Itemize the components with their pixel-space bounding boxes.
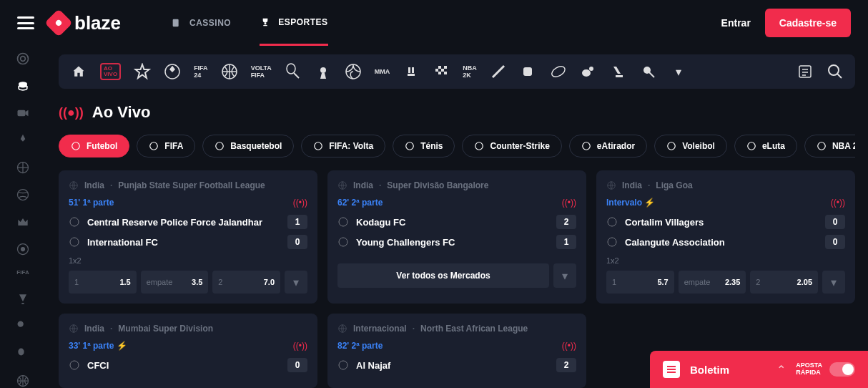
star-icon[interactable] <box>134 63 151 80</box>
icehockey-icon[interactable] <box>610 63 627 80</box>
bet-button[interactable]: 11.5 <box>69 271 137 294</box>
pill-nba2k[interactable]: NBA 2K <box>804 135 855 157</box>
volta-icon[interactable]: VOLTAFIFA <box>251 63 272 80</box>
league: North East African League <box>420 324 528 334</box>
match-card[interactable]: Internacional·North East African League8… <box>327 314 586 388</box>
pill-futebol[interactable]: Futebol <box>59 135 129 157</box>
bet-more-button[interactable]: ▾ <box>285 271 307 294</box>
sidebar-racket-icon[interactable] <box>16 346 30 361</box>
bet-odds: 5.7 <box>657 278 668 286</box>
live-indicator-icon: ((•)) <box>293 341 307 351</box>
volleyball-icon[interactable] <box>345 63 362 80</box>
sidebar-ball2-icon[interactable] <box>16 188 30 202</box>
score: 2 <box>556 215 576 229</box>
logo[interactable]: blaze <box>49 12 121 34</box>
soccer-icon[interactable] <box>164 63 181 80</box>
nav-tabs: CASSINO ESPORTES <box>171 1 328 46</box>
svg-point-27 <box>315 142 322 150</box>
team-name: Calangute Association <box>625 237 725 248</box>
svg-point-25 <box>150 142 158 150</box>
pill-label: eAtirador <box>597 141 635 151</box>
svg-point-18 <box>550 64 566 79</box>
sidebar-tennis-icon[interactable] <box>16 319 30 334</box>
svg-rect-4 <box>18 110 26 116</box>
pill-basquetebol[interactable]: Basquetebol <box>202 135 294 157</box>
svg-point-24 <box>72 142 80 150</box>
match-card[interactable]: India·Liga GoaIntervalo ⚡((•))Cortalim V… <box>596 170 855 304</box>
bet-odds: 3.5 <box>192 278 202 286</box>
all-markets-button[interactable]: Ver todos os Mercados <box>337 263 549 288</box>
sidebar-shuttle-icon[interactable] <box>16 133 30 147</box>
pill-counterstrike[interactable]: Counter-Strike <box>462 135 561 157</box>
tennis-icon[interactable] <box>285 63 302 80</box>
pill-voleibol[interactable]: Voleibol <box>654 135 727 157</box>
badminton-icon[interactable] <box>640 63 657 80</box>
sidebar-video-icon[interactable] <box>16 106 30 120</box>
svg-point-36 <box>70 218 79 226</box>
match-card[interactable]: India·Mumbai Super Division33' 1ª parte … <box>59 314 317 388</box>
mma-icon[interactable]: MMA <box>375 63 390 80</box>
bet-more-button[interactable]: ▾ <box>553 263 576 288</box>
pill-fifavolta[interactable]: FIFA: Volta <box>301 135 385 157</box>
bet-button[interactable]: empate2.35 <box>679 271 746 294</box>
boxing-icon[interactable] <box>520 63 537 80</box>
pill-label: FIFA <box>164 141 183 151</box>
card-header: India·Punjab State Super Football League <box>69 180 307 190</box>
boletim-bar[interactable]: Boletim ⌃ APOSTARÁPIDA <box>650 351 868 388</box>
menu-icon[interactable] <box>17 16 34 29</box>
globe-icon <box>337 324 347 334</box>
sidebar-fifa-icon[interactable]: FIFA <box>16 269 29 279</box>
bet-button[interactable]: 27.0 <box>212 271 280 294</box>
pill-tnis[interactable]: Ténis <box>393 135 455 157</box>
svg-point-32 <box>748 142 756 150</box>
baseball-icon[interactable] <box>490 63 507 80</box>
efight-icon[interactable] <box>403 63 420 80</box>
tab-cassino[interactable]: CASSINO <box>171 1 231 46</box>
nba2k-icon[interactable]: NBA2K <box>463 63 477 80</box>
bet-button[interactable]: 22.05 <box>750 271 818 294</box>
signup-button[interactable]: Cadastre-se <box>765 9 851 37</box>
svg-point-45 <box>70 361 79 369</box>
match-card[interactable]: India·Punjab State Super Football League… <box>59 170 317 304</box>
team-name: Al Najaf <box>356 360 390 371</box>
sidebar-hockey-icon[interactable] <box>16 292 30 306</box>
team-icon <box>337 216 349 228</box>
sidebar-crown-icon[interactable] <box>16 215 30 229</box>
search-icon[interactable] <box>827 63 844 80</box>
team-row: Young Challengers FC1 <box>337 235 576 249</box>
fifa24-icon[interactable]: FIFA24 <box>194 63 208 80</box>
pingpong-icon[interactable] <box>580 63 597 80</box>
sidebar-coins-icon[interactable] <box>16 79 30 93</box>
pill-label: NBA 2K <box>832 141 855 151</box>
pill-eatirador[interactable]: eAtirador <box>569 135 647 157</box>
cs-icon[interactable] <box>315 63 332 80</box>
basketball-icon[interactable] <box>221 63 238 80</box>
home-icon[interactable] <box>70 63 87 80</box>
aposta-toggle[interactable] <box>829 362 855 377</box>
card-time: 62' 2ª parte((•)) <box>337 198 576 208</box>
live-button[interactable]: AOVIVO <box>100 63 121 80</box>
match-card[interactable]: India·Super Divisão Bangalore62' 2ª part… <box>327 170 586 304</box>
team-icon <box>337 359 349 371</box>
rugby-icon[interactable] <box>550 63 567 80</box>
flag-icon[interactable] <box>433 63 450 80</box>
bet-label: empate <box>684 278 711 286</box>
login-button[interactable]: Entrar <box>721 17 751 29</box>
pill-eluta[interactable]: eLuta <box>734 135 797 157</box>
match-time: Intervalo ⚡ <box>606 198 655 208</box>
sidebar-basketball-icon[interactable] <box>16 374 30 388</box>
pill-fifa[interactable]: FIFA <box>137 135 195 157</box>
bet-more-button[interactable]: ▾ <box>822 271 845 294</box>
tab-esportes[interactable]: ESPORTES <box>260 1 327 46</box>
sidebar-ball3-icon[interactable] <box>16 242 30 256</box>
sidebar-target-icon[interactable] <box>16 52 30 66</box>
chevron-down-icon[interactable]: ▾ <box>670 63 687 80</box>
sport-icon <box>71 141 81 151</box>
bet-button[interactable]: empate3.5 <box>141 271 209 294</box>
svg-point-19 <box>589 67 593 71</box>
country: India <box>622 180 642 190</box>
news-icon[interactable] <box>797 63 814 80</box>
bet-button[interactable]: 15.7 <box>606 271 674 294</box>
svg-point-47 <box>339 361 347 369</box>
sidebar-ball1-icon[interactable] <box>16 160 30 175</box>
